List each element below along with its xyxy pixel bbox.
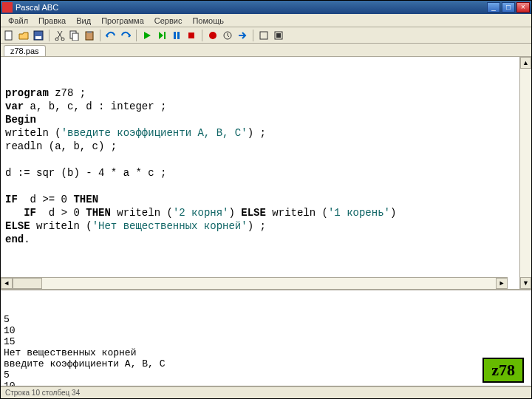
opt1-button[interactable] xyxy=(257,29,270,42)
copy-button[interactable] xyxy=(68,29,81,42)
menu-программа[interactable]: Программа xyxy=(97,16,149,26)
h-scroll-track[interactable] xyxy=(42,278,496,289)
maximize-button[interactable]: □ xyxy=(502,2,515,13)
close-button[interactable]: × xyxy=(516,2,530,13)
statusbar: Строка 10 столбец 34 xyxy=(1,386,531,398)
save-icon xyxy=(33,30,44,41)
tabbar: z78.pas xyxy=(1,44,531,57)
save-button[interactable] xyxy=(32,29,45,42)
minimize-button[interactable]: _ xyxy=(487,2,500,13)
watch-icon xyxy=(222,30,233,41)
paste-button[interactable] xyxy=(83,29,96,42)
copy-icon xyxy=(69,30,80,41)
svg-rect-2 xyxy=(35,36,41,39)
v-scrollbar[interactable]: ▲ ▼ xyxy=(519,57,531,289)
undo-button[interactable] xyxy=(104,29,117,42)
output-pane[interactable]: 5 10 15 Нет вещественных корней введите … xyxy=(1,290,531,386)
redo-icon xyxy=(120,30,131,41)
svg-rect-11 xyxy=(177,32,180,39)
svg-rect-0 xyxy=(5,31,12,40)
scroll-up-icon[interactable]: ▲ xyxy=(520,57,531,69)
watch-button[interactable] xyxy=(221,29,234,42)
svg-rect-9 xyxy=(164,32,166,39)
run-icon xyxy=(142,30,152,41)
svg-rect-10 xyxy=(174,32,176,39)
menu-сервис[interactable]: Сервис xyxy=(150,16,187,26)
svg-point-13 xyxy=(209,32,216,39)
toolbar xyxy=(1,27,531,44)
svg-rect-15 xyxy=(260,32,267,39)
window-title: Pascal ABC xyxy=(16,3,485,12)
toolbar-separator xyxy=(253,30,253,41)
svg-point-4 xyxy=(61,38,64,41)
opt2-button[interactable] xyxy=(272,29,285,42)
output-text: 5 10 15 Нет вещественных корней введите … xyxy=(4,314,528,386)
brk-icon xyxy=(208,30,218,41)
titlebar: Pascal ABC _ □ × xyxy=(1,1,531,14)
svg-rect-8 xyxy=(87,31,92,33)
editor-pane: program z78 ; var a, b, c, d : integer ;… xyxy=(1,57,531,290)
app-window: Pascal ABC _ □ × ФайлПравкаВидПрограммаС… xyxy=(0,0,532,399)
menu-правка[interactable]: Правка xyxy=(34,16,70,26)
svg-rect-17 xyxy=(276,33,281,38)
step-icon xyxy=(157,30,167,41)
slide-badge: z78 xyxy=(482,358,524,383)
toolbar-separator xyxy=(49,30,50,41)
redo-button[interactable] xyxy=(119,29,132,42)
undo-icon xyxy=(106,30,116,41)
svg-rect-6 xyxy=(72,33,78,41)
file-tab[interactable]: z78.pas xyxy=(4,45,46,56)
toolbar-separator xyxy=(136,30,137,41)
code-editor[interactable]: program z78 ; var a, b, c, d : integer ;… xyxy=(1,57,519,289)
goto-icon xyxy=(237,30,248,41)
step-button[interactable] xyxy=(155,29,168,42)
menu-помощь[interactable]: Помощь xyxy=(188,16,228,26)
scroll-left-icon[interactable]: ◄ xyxy=(1,278,13,289)
new-icon xyxy=(4,30,14,41)
goto-button[interactable] xyxy=(236,29,249,42)
menu-файл[interactable]: Файл xyxy=(4,16,33,26)
stop-icon xyxy=(186,30,197,41)
app-icon xyxy=(2,2,13,13)
run-button[interactable] xyxy=(140,29,154,42)
cut-icon xyxy=(55,30,65,41)
toolbar-separator xyxy=(100,30,100,41)
new-button[interactable] xyxy=(2,29,16,42)
open-icon xyxy=(18,30,29,41)
h-scroll-thumb[interactable] xyxy=(13,278,42,289)
menu-вид[interactable]: Вид xyxy=(72,16,95,26)
v-scroll-track[interactable] xyxy=(520,69,531,277)
svg-point-3 xyxy=(55,38,58,41)
open-button[interactable] xyxy=(17,29,30,42)
menubar: ФайлПравкаВидПрограммаСервисПомощь xyxy=(1,14,531,27)
pause-button[interactable] xyxy=(170,29,183,42)
toolbar-separator xyxy=(202,30,202,41)
code-content: program z78 ; var a, b, c, d : integer ;… xyxy=(5,86,515,246)
pause-icon xyxy=(171,30,182,41)
opt2-icon xyxy=(273,30,284,41)
scroll-down-icon[interactable]: ▼ xyxy=(520,277,531,289)
opt1-icon xyxy=(259,30,269,41)
paste-icon xyxy=(84,30,95,41)
brk-button[interactable] xyxy=(206,29,219,42)
stop-button[interactable] xyxy=(185,29,198,42)
svg-rect-12 xyxy=(188,33,194,38)
scroll-right-icon[interactable]: ► xyxy=(496,278,508,289)
status-text: Строка 10 столбец 34 xyxy=(5,389,80,397)
h-scrollbar[interactable]: ◄ ► xyxy=(1,277,508,289)
cut-button[interactable] xyxy=(53,29,66,42)
